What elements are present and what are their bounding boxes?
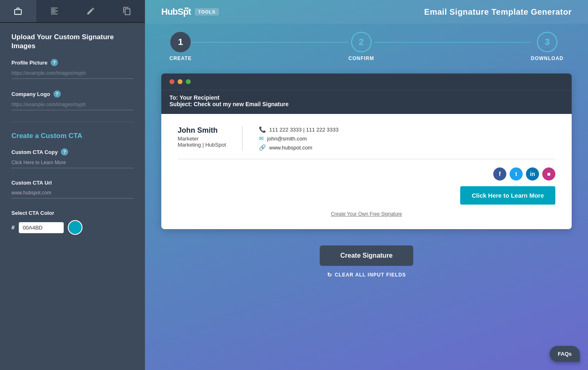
phone-icon: 📞	[259, 126, 266, 133]
sidebar-tab-bar	[0, 0, 145, 23]
faq-bubble[interactable]: FAQs	[550, 346, 580, 362]
sig-phone-row: 📞 111 222 3333 | 111 222 3333	[259, 126, 339, 133]
steps-bar: 1 CREATE 2 CONFIRM 3 DOWNLOAD	[145, 24, 588, 74]
step-line-1-2	[192, 42, 348, 42]
cta-copy-input[interactable]	[11, 158, 134, 168]
logo-area: HubSp●●t TOOLS	[161, 7, 219, 17]
hash-symbol: #	[11, 224, 15, 231]
linkedin-icon[interactable]: in	[526, 167, 539, 181]
bottom-actions: Create Signature ↻ CLEAR ALL INPUT FIELD…	[145, 237, 588, 290]
company-logo-help-icon[interactable]: ?	[53, 90, 61, 98]
profile-picture-help-icon[interactable]: ?	[51, 59, 58, 66]
clear-fields-button[interactable]: ↻ CLEAR ALL INPUT FIELDS	[327, 272, 406, 278]
sig-website: www.hubspot.com	[269, 145, 312, 151]
color-swatch[interactable]	[68, 220, 82, 235]
email-body: John Smith Marketer Marketing | HubSpot …	[161, 114, 572, 229]
cta-copy-help-icon[interactable]: ?	[61, 148, 68, 156]
email-header-bar	[161, 74, 572, 90]
step-circle-1: 1	[170, 32, 191, 52]
company-logo-group: Company Logo ?	[11, 90, 134, 110]
cta-copy-label: Custom CTA Copy ?	[11, 148, 134, 156]
sig-email: john@smith.com	[267, 136, 307, 142]
tab-copy[interactable]	[109, 0, 145, 22]
social-icons-row: f t in ■	[178, 167, 555, 181]
cta-section-title: Create a Custom CTA	[11, 132, 134, 140]
step-label-2: CONFIRM	[348, 56, 374, 61]
instagram-icon[interactable]: ■	[542, 167, 555, 181]
step-label-3: DOWNLOAD	[531, 56, 564, 61]
step-line-2-3	[374, 42, 531, 42]
create-own-link[interactable]: Create Your Own Free Signature	[178, 211, 555, 217]
twitter-icon[interactable]: t	[510, 167, 523, 181]
cta-url-input[interactable]	[11, 188, 134, 198]
step-1: 1 CREATE	[169, 32, 192, 61]
sig-phone: 111 222 3333 | 111 222 3333	[269, 127, 339, 133]
facebook-icon[interactable]: f	[493, 167, 506, 181]
upload-section-title: Upload Your Custom Signature Images	[11, 33, 134, 51]
sig-name: John Smith	[178, 126, 226, 135]
tab-text[interactable]	[36, 0, 73, 22]
cta-url-label: Custom CTA Url	[11, 180, 134, 186]
section-divider	[11, 122, 134, 122]
sig-company: Marketing | HubSpot	[178, 142, 226, 148]
color-hex-input[interactable]	[19, 222, 64, 233]
window-dot-green	[186, 79, 191, 84]
company-logo-input[interactable]	[11, 100, 134, 110]
cta-preview-button[interactable]: Click Here to Learn More	[460, 186, 555, 205]
email-preview: To: Your Recipient Subject: Check out my…	[161, 74, 572, 229]
sidebar-content: Upload Your Custom Signature Images Prof…	[0, 23, 145, 370]
cta-copy-group: Custom CTA Copy ?	[11, 148, 134, 168]
page-title: Email Signature Template Generator	[424, 7, 572, 17]
cta-color-group: Select CTA Color #	[11, 210, 134, 235]
step-3: 3 DOWNLOAD	[531, 32, 564, 61]
create-signature-button[interactable]: Create Signature	[320, 245, 413, 266]
profile-picture-group: Profile Picture ?	[11, 59, 134, 79]
cta-color-label: Select CTA Color	[11, 210, 134, 216]
tab-briefcase[interactable]	[0, 0, 36, 22]
refresh-icon: ↻	[327, 272, 332, 278]
company-logo-label: Company Logo ?	[11, 90, 134, 98]
cta-url-group: Custom CTA Url	[11, 180, 134, 198]
signature-block: John Smith Marketer Marketing | HubSpot …	[178, 126, 555, 159]
main-content: HubSp●●t TOOLS Email Signature Template …	[145, 0, 588, 370]
sig-title: Marketer	[178, 136, 226, 142]
cta-button-row: Click Here to Learn More	[178, 186, 555, 205]
email-icon: ✉	[259, 135, 264, 142]
email-meta: To: Your Recipient Subject: Check out my…	[161, 90, 572, 114]
tools-badge: TOOLS	[195, 8, 219, 16]
sig-email-row: ✉ john@smith.com	[259, 135, 339, 142]
step-circle-3: 3	[537, 32, 557, 52]
sidebar: Upload Your Custom Signature Images Prof…	[0, 0, 145, 370]
step-2: 2 CONFIRM	[348, 32, 374, 61]
profile-picture-input[interactable]	[11, 69, 134, 79]
window-dot-yellow	[178, 79, 183, 84]
sig-contact: 📞 111 222 3333 | 111 222 3333 ✉ john@smi…	[259, 126, 339, 151]
sig-vertical-divider	[242, 126, 243, 151]
email-to-line: To: Your Recipient	[169, 94, 564, 101]
step-label-1: CREATE	[169, 56, 192, 61]
step-circle-2: 2	[351, 32, 372, 52]
email-subject-line: Subject: Check out my new Email Signatur…	[169, 101, 564, 107]
globe-icon: 🔗	[259, 144, 266, 151]
profile-picture-label: Profile Picture ?	[11, 59, 134, 66]
main-header: HubSp●●t TOOLS Email Signature Template …	[145, 0, 588, 24]
hubspot-logo: HubSp●●t	[161, 7, 191, 17]
sig-website-row: 🔗 www.hubspot.com	[259, 144, 339, 151]
color-row: #	[11, 220, 134, 235]
tab-edit[interactable]	[73, 0, 109, 22]
window-dot-red	[169, 79, 174, 84]
sig-name-area: John Smith Marketer Marketing | HubSpot	[178, 126, 226, 148]
